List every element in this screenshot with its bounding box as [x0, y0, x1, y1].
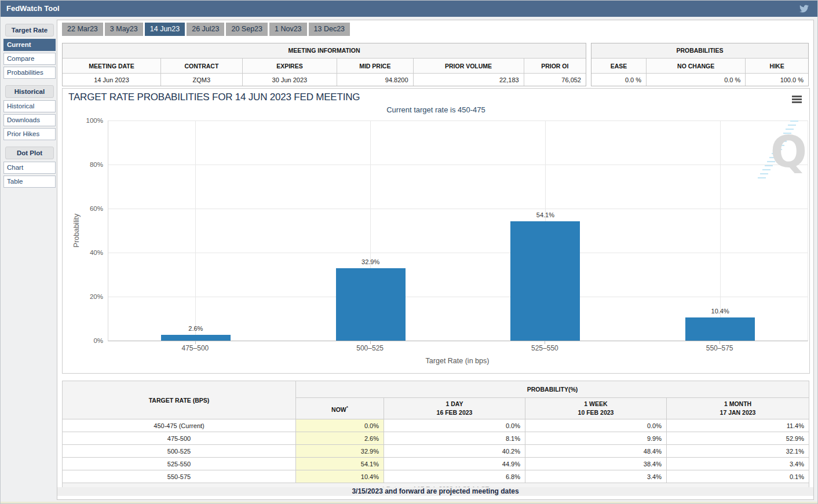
one-day-probability-cell: 44.9% — [384, 458, 525, 470]
column-header-1-month: 1 MONTH17 JAN 2023 — [667, 398, 809, 419]
x-tick-550-575: 550–575 — [673, 344, 766, 352]
y-tick-20: 20% — [67, 293, 103, 301]
fedwatch-tool-page: FedWatch Tool Target RateCurrentCompareP… — [0, 0, 818, 504]
column-header-meeting-date: MEETING DATE — [63, 59, 161, 74]
one-week-probability-cell: 48.4% — [525, 445, 667, 458]
tab-1-nov23[interactable]: 1 Nov23 — [269, 23, 307, 36]
value-prior-oi: 76,052 — [524, 74, 586, 86]
one-day-probability-cell: 8.1% — [384, 432, 525, 445]
target-rate-cell: 475-500 — [63, 432, 296, 445]
bar-525-550 — [510, 221, 580, 341]
target-rate-cell: 450-475 (Current) — [63, 419, 296, 432]
x-tick-525-550: 525–550 — [498, 344, 591, 352]
column-header-mid-price: MID PRICE — [337, 59, 413, 74]
app-header: FedWatch Tool — [1, 1, 817, 17]
column-header-prior-volume: PRIOR VOLUME — [413, 59, 524, 74]
table-row: 450-475 (Current)0.0%0.0%0.0%11.4% — [63, 419, 809, 432]
one-month-probability-cell: 52.9% — [667, 432, 809, 445]
main-panel: 22 Mar233 May2314 Jun2326 Jul2320 Sep231… — [57, 20, 814, 500]
value-ease: 0.0 % — [591, 74, 647, 86]
y-tick-0: 0% — [67, 337, 103, 345]
bar-value-label: 2.6% — [149, 325, 242, 332]
menu-icon[interactable] — [792, 96, 802, 104]
column-header-no-change: NO CHANGE — [647, 59, 746, 74]
value-meeting-date: 14 Jun 2023 — [63, 74, 161, 86]
column-header-now: NOW* — [296, 398, 384, 419]
y-tick-100: 100% — [67, 116, 103, 125]
tab-26-jul23[interactable]: 26 Jul23 — [187, 23, 224, 36]
tab-22-mar23[interactable]: 22 Mar23 — [62, 23, 103, 36]
one-day-probability-cell: 40.2% — [384, 445, 525, 458]
quikstrike-q-watermark-icon: Q — [753, 118, 811, 184]
target-rate-cell: 550-575 — [63, 470, 296, 483]
app-title: FedWatch Tool — [6, 1, 60, 17]
y-tick-60: 60% — [67, 204, 103, 213]
one-week-probability-cell: 3.4% — [525, 470, 667, 483]
tab-14-jun23[interactable]: 14 Jun23 — [145, 23, 185, 36]
bar-value-label: 32.9% — [324, 258, 417, 265]
x-axis-title: Target Rate (in bps) — [108, 357, 807, 365]
now-probability-cell: 54.1% — [296, 458, 384, 470]
sidebar-item-current[interactable]: Current — [3, 39, 56, 51]
table-row: 550-57510.4%6.8%3.4%0.1% — [63, 470, 809, 483]
target-rate-cell: 525-550 — [63, 458, 296, 470]
tab-20-sep23[interactable]: 20 Sep23 — [226, 23, 268, 36]
tab-3-may23[interactable]: 3 May23 — [105, 23, 143, 36]
bar-value-label: 54.1% — [499, 211, 591, 218]
one-month-probability-cell: 0.1% — [667, 470, 809, 483]
value-no-change: 0.0 % — [647, 74, 746, 86]
target-rate-cell: 500-525 — [63, 445, 296, 458]
probabilities-summary-title: PROBABILITIES — [591, 43, 808, 59]
now-probability-cell: 32.9% — [296, 445, 384, 458]
sidebar-item-table[interactable]: Table — [3, 176, 56, 188]
meeting-information-title: MEETING INFORMATION — [63, 43, 586, 59]
x-tick-500-525: 500–525 — [324, 344, 417, 352]
column-header-contract: CONTRACT — [161, 59, 243, 74]
y-tick-80: 80% — [67, 160, 103, 169]
one-week-probability-cell: 0.0% — [525, 419, 667, 432]
column-header-1-week: 1 WEEK10 FEB 2023 — [525, 398, 667, 419]
tab-13-dec23[interactable]: 13 Dec23 — [309, 23, 350, 36]
sidebar-item-prior-hikes[interactable]: Prior Hikes — [3, 128, 56, 140]
table-row: 475-5002.6%8.1%9.9%52.9% — [63, 432, 809, 445]
twitter-icon[interactable] — [799, 4, 809, 13]
now-probability-cell: 2.6% — [296, 432, 384, 445]
target-rate-column-header: TARGET RATE (BPS) — [63, 381, 296, 419]
bar-550-575 — [685, 317, 755, 341]
chart-plot-area: 2.6%32.9%54.1%10.4% — [108, 120, 808, 341]
sidebar-item-probabilities[interactable]: Probabilities — [3, 67, 56, 79]
y-axis-title: Probability — [72, 214, 81, 247]
chart-title: TARGET RATE PROBABILITIES FOR 14 JUN 202… — [68, 92, 360, 103]
probabilities-summary-table: PROBABILITIES EASENO CHANGEHIKE0.0 %0.0 … — [591, 43, 809, 86]
probability-group-header: PROBABILITY(%) — [296, 381, 809, 398]
column-header-expires: EXPIRES — [242, 59, 337, 74]
chart-subtitle: Current target rate is 450-475 — [63, 105, 809, 114]
y-tick-40: 40% — [67, 249, 103, 257]
bar-value-label: 10.4% — [674, 308, 766, 315]
sidebar-item-downloads[interactable]: Downloads — [3, 114, 56, 126]
column-header-prior-oi: PRIOR OI — [524, 59, 586, 74]
sidebar-section-dot-plot: Dot Plot — [5, 147, 54, 159]
bar-500-525 — [336, 268, 406, 341]
value-prior-volume: 22,183 — [413, 74, 524, 86]
projection-note: 3/15/2023 and forward are projected meet… — [57, 487, 813, 496]
sidebar-item-compare[interactable]: Compare — [3, 53, 56, 65]
one-day-probability-cell: 0.0% — [384, 419, 525, 432]
sidebar: Target RateCurrentCompareProbabilitiesHi… — [3, 24, 56, 188]
one-month-probability-cell: 3.4% — [667, 458, 809, 470]
now-probability-cell: 0.0% — [296, 419, 384, 432]
one-month-probability-cell: 32.1% — [667, 445, 809, 458]
value-expires: 30 Jun 2023 — [242, 74, 337, 86]
chart-panel: TARGET RATE PROBABILITIES FOR 14 JUN 202… — [62, 88, 810, 374]
one-day-probability-cell: 6.8% — [384, 470, 525, 483]
column-header-1-day: 1 DAY16 FEB 2023 — [384, 398, 525, 419]
sidebar-item-chart[interactable]: Chart — [3, 162, 56, 174]
table-row: 500-52532.9%40.2%48.4%32.1% — [63, 445, 809, 458]
column-header-ease: EASE — [591, 59, 647, 74]
sidebar-item-historical[interactable]: Historical — [3, 100, 56, 112]
value-contract: ZQM3 — [161, 74, 243, 86]
sidebar-section-historical: Historical — [5, 85, 54, 98]
meeting-information-table: MEETING INFORMATION MEETING DATECONTRACT… — [62, 43, 586, 86]
one-week-probability-cell: 38.4% — [525, 458, 667, 470]
x-tick-475-500: 475–500 — [149, 344, 242, 352]
